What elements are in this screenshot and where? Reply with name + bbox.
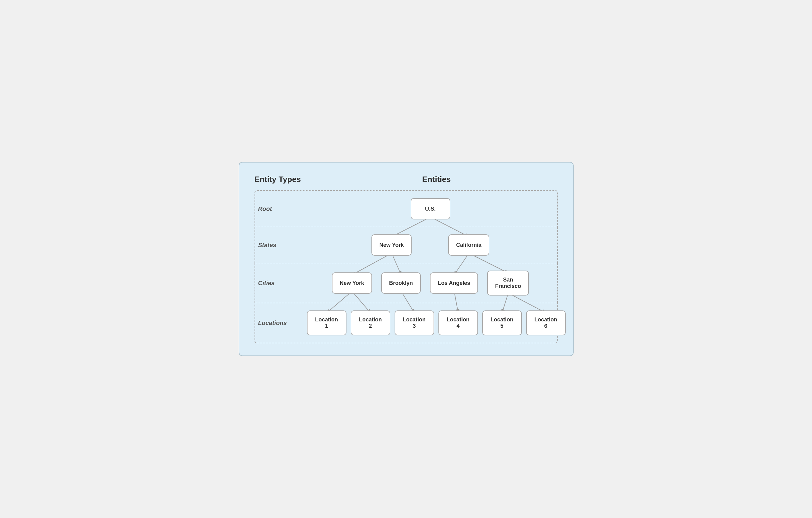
locations-level-row: Locations Location 1 Location 2 Location… [255, 303, 558, 343]
node-location-5[interactable]: Location 5 [482, 310, 522, 335]
node-location-6[interactable]: Location 6 [526, 310, 566, 335]
states-level-content: New York California [304, 227, 557, 263]
node-us[interactable]: U.S. [411, 198, 450, 219]
entity-types-header: Entity Types [255, 175, 315, 184]
states-level-label: States [255, 236, 304, 255]
node-california[interactable]: California [448, 234, 489, 256]
node-new-york-state[interactable]: New York [372, 234, 412, 256]
locations-level-content: Location 1 Location 2 Location 3 Locatio… [304, 303, 569, 343]
node-new-york-city[interactable]: New York [332, 272, 372, 294]
root-level-content: U.S. [304, 191, 557, 227]
cities-level-content: New York Brooklyn Los Angeles SanFrancis… [304, 263, 557, 303]
locations-level-label: Locations [255, 313, 304, 333]
root-level-row: Root U.S. [255, 190, 558, 227]
root-level-label: Root [255, 200, 304, 218]
states-level-row: States New York California [255, 227, 558, 263]
node-location-4[interactable]: Location 4 [438, 310, 478, 335]
levels-wrapper: Root U.S. States New York California Cit… [255, 190, 558, 343]
node-location-1[interactable]: Location 1 [307, 310, 346, 335]
cities-level-row: Cities New York Brooklyn Los Angeles San… [255, 263, 558, 303]
diagram-container: Entity Types Entities Root U.S. States N… [239, 162, 574, 356]
node-location-3[interactable]: Location 3 [395, 310, 434, 335]
entities-header: Entities [315, 175, 558, 184]
node-los-angeles[interactable]: Los Angeles [430, 272, 478, 294]
cities-level-label: Cities [255, 274, 304, 293]
node-location-2[interactable]: Location 2 [351, 310, 390, 335]
header-row: Entity Types Entities [255, 175, 558, 184]
node-san-francisco[interactable]: SanFrancisco [487, 271, 529, 296]
node-brooklyn[interactable]: Brooklyn [381, 272, 421, 294]
